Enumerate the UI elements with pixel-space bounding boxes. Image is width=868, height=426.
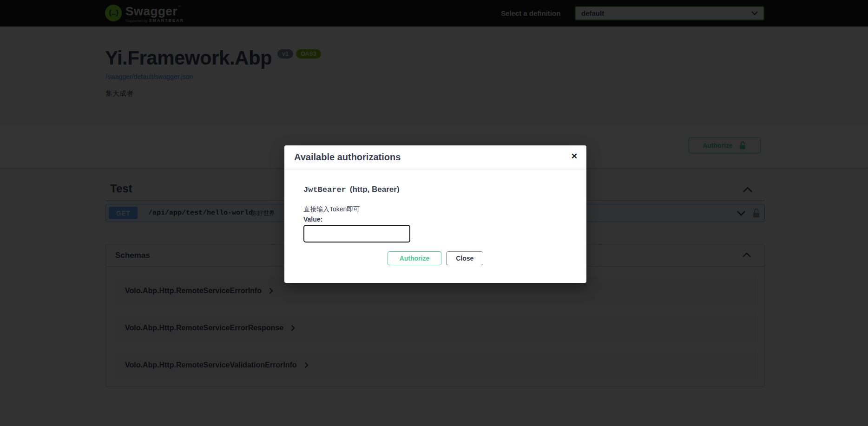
- authorizations-modal: Available authorizations ✕ JwtBearer(htt…: [284, 145, 586, 283]
- modal-title: Available authorizations: [294, 152, 401, 163]
- token-value-input[interactable]: [303, 225, 410, 242]
- swagger-ui-page: {…} Swagger™ Supported bySMARTBEAR Selec…: [0, 0, 868, 426]
- modal-authorize-button[interactable]: Authorize: [388, 251, 442, 265]
- close-icon[interactable]: ✕: [568, 151, 580, 162]
- modal-header: Available authorizations ✕: [284, 145, 586, 170]
- modal-close-button[interactable]: Close: [446, 251, 483, 265]
- auth-scheme-description: 直接输入Token即可: [303, 205, 360, 214]
- modal-button-row: Authorize Close: [284, 251, 586, 265]
- value-label: Value:: [303, 216, 322, 223]
- scheme-type: (http, Bearer): [350, 185, 400, 194]
- auth-scheme-title: JwtBearer(http, Bearer): [303, 185, 400, 194]
- scheme-name: JwtBearer: [303, 185, 346, 194]
